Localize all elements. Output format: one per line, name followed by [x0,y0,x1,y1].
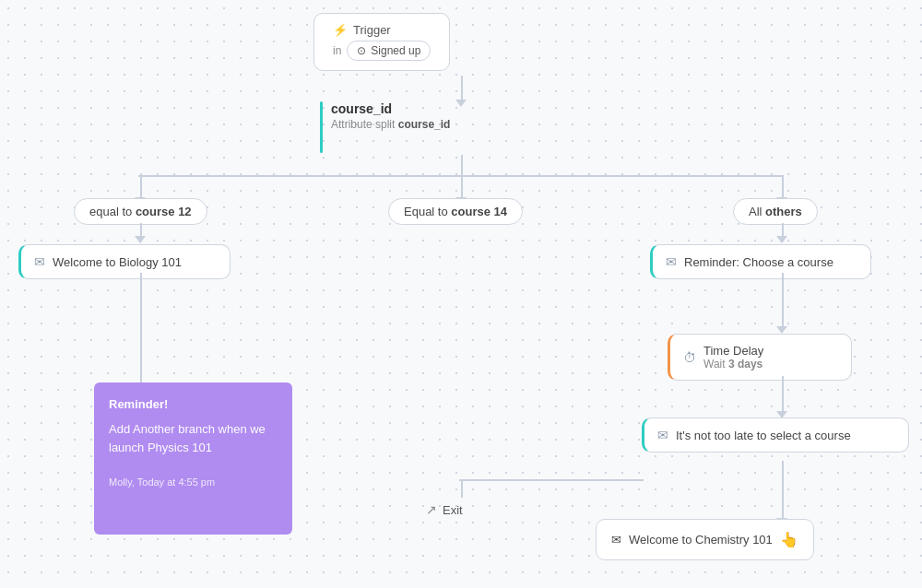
email-icon-late: ✉ [657,428,668,442]
badge-text: Signed up [371,44,420,57]
reminder-choose-node: ✉ Reminder: Choose a course [650,244,871,279]
time-delay-sub: Wait 3 days [703,358,763,370]
branch-pill-mid: Equal to course 14 [388,198,523,225]
cursor-icon: 👆 [780,531,798,548]
split-accent-bar [320,101,323,153]
cv-late-hline [782,461,784,481]
arrow-delay [776,326,787,334]
branch-pill-right: All others [733,198,818,225]
clock-icon: ⏱ [683,350,696,365]
welcome-chemistry-text: Welcome to Chemistry 101 [629,533,773,547]
email-icon-chem: ✉ [611,533,621,547]
time-delay-node: ⏱ Time Delay Wait 3 days [668,334,852,381]
lightning-icon: ⚡ [333,23,348,37]
cv-left2 [140,223,142,241]
exit-label: Exit [443,503,463,517]
sticky-body: Add Another branch when we launch Physic… [109,420,278,456]
arrow1 [455,100,467,107]
cv-rem-delay [782,273,784,330]
email-icon-biology: ✉ [34,254,45,269]
trigger-label: Trigger [353,23,391,37]
cv-bio-sticky [140,273,142,385]
reminder-choose-text: Reminder: Choose a course [684,255,833,269]
cv-exit-v [461,479,463,498]
cv-delay-late [782,376,784,415]
exit-icon: ↗ [426,502,437,517]
welcome-biology-text: Welcome to Biology 101 [53,255,182,269]
sticky-title: Reminder! [109,397,278,411]
trigger-node: ⚡ Trigger in ⊙ Signed up [313,13,450,71]
cv-hline-chem [782,479,784,522]
attribute-split-node: course_id Attribute split course_id [320,101,450,131]
connector-v2 [461,155,463,177]
email-icon-reminder: ✉ [666,254,677,269]
h-line-exit [459,479,644,481]
not-too-late-node: ✉ It's not too late to select a course [642,417,909,453]
welcome-chemistry-node: ✉ Welcome to Chemistry 101 👆 [596,519,814,560]
sticky-footer: Molly, Today at 4:55 pm [109,476,278,488]
time-delay-label: Time Delay [703,344,763,358]
split-title: course_id [331,101,450,116]
welcome-biology-node: ✉ Welcome to Biology 101 [18,244,230,279]
exit-node: ↗ Exit [426,502,463,517]
signed-up-badge[interactable]: ⊙ Signed up [347,41,431,61]
branch-pill-left: equal to course 12 [74,198,207,225]
split-subtitle: Attribute split course_id [331,118,450,131]
in-label: in [333,44,341,57]
badge-icon: ⊙ [357,44,366,57]
cv-right2 [782,223,784,241]
not-too-late-text: It's not too late to select a course [676,429,851,442]
sticky-note: Reminder! Add Another branch when we lau… [94,382,292,535]
